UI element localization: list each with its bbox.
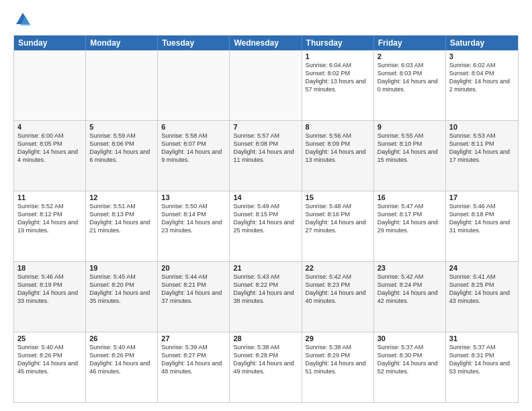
calendar-body: 1Sunrise: 6:04 AM Sunset: 8:02 PM Daylig… [14,50,518,402]
calendar-cell: 14Sunrise: 5:49 AM Sunset: 8:15 PM Dayli… [230,191,302,261]
calendar-header-cell: Thursday [302,36,374,50]
day-info: Sunrise: 6:03 AM Sunset: 8:03 PM Dayligh… [378,61,442,94]
logo [13,11,35,30]
day-number: 2 [378,52,442,60]
day-number: 15 [306,193,370,201]
calendar-cell: 4Sunrise: 6:00 AM Sunset: 8:05 PM Daylig… [14,121,86,191]
calendar-cell: 15Sunrise: 5:48 AM Sunset: 8:16 PM Dayli… [302,191,374,261]
day-number: 23 [378,264,442,272]
day-number: 10 [449,123,515,131]
day-info: Sunrise: 5:55 AM Sunset: 8:10 PM Dayligh… [378,132,442,165]
calendar-row: 25Sunrise: 5:40 AM Sunset: 8:26 PM Dayli… [14,332,518,402]
calendar-cell: 13Sunrise: 5:50 AM Sunset: 8:14 PM Dayli… [158,191,230,261]
day-info: Sunrise: 5:58 AM Sunset: 8:07 PM Dayligh… [161,132,226,165]
calendar-cell: 19Sunrise: 5:45 AM Sunset: 8:20 PM Dayli… [86,262,158,332]
day-info: Sunrise: 5:46 AM Sunset: 8:18 PM Dayligh… [449,202,515,235]
day-info: Sunrise: 5:45 AM Sunset: 8:20 PM Dayligh… [89,273,154,306]
day-info: Sunrise: 5:43 AM Sunset: 8:22 PM Dayligh… [233,273,298,306]
calendar-cell: 29Sunrise: 5:38 AM Sunset: 8:29 PM Dayli… [302,332,374,402]
day-info: Sunrise: 5:44 AM Sunset: 8:21 PM Dayligh… [161,273,226,306]
day-info: Sunrise: 6:04 AM Sunset: 8:02 PM Dayligh… [306,61,370,94]
day-number: 26 [89,334,154,342]
calendar-cell: 16Sunrise: 5:47 AM Sunset: 8:17 PM Dayli… [374,191,446,261]
day-info: Sunrise: 5:38 AM Sunset: 8:28 PM Dayligh… [233,343,298,376]
day-number: 16 [378,193,442,201]
calendar-cell: 17Sunrise: 5:46 AM Sunset: 8:18 PM Dayli… [446,191,518,261]
calendar-cell: 7Sunrise: 5:57 AM Sunset: 8:08 PM Daylig… [230,121,302,191]
calendar-cell: 2Sunrise: 6:03 AM Sunset: 8:03 PM Daylig… [374,50,446,120]
calendar-header: SundayMondayTuesdayWednesdayThursdayFrid… [14,36,518,50]
calendar-cell: 10Sunrise: 5:53 AM Sunset: 8:11 PM Dayli… [446,121,518,191]
day-info: Sunrise: 5:46 AM Sunset: 8:19 PM Dayligh… [17,273,82,306]
day-info: Sunrise: 5:42 AM Sunset: 8:24 PM Dayligh… [378,273,442,306]
day-number: 20 [161,264,226,272]
calendar-cell: 11Sunrise: 5:52 AM Sunset: 8:12 PM Dayli… [14,191,86,261]
calendar-cell [158,50,230,120]
calendar: SundayMondayTuesdayWednesdayThursdayFrid… [13,35,519,403]
day-number: 30 [378,334,442,342]
day-number: 28 [233,334,298,342]
calendar-cell: 18Sunrise: 5:46 AM Sunset: 8:19 PM Dayli… [14,262,86,332]
day-info: Sunrise: 6:00 AM Sunset: 8:05 PM Dayligh… [17,132,82,165]
calendar-cell: 6Sunrise: 5:58 AM Sunset: 8:07 PM Daylig… [158,121,230,191]
day-number: 21 [233,264,298,272]
calendar-cell: 26Sunrise: 5:40 AM Sunset: 8:26 PM Dayli… [86,332,158,402]
calendar-cell: 3Sunrise: 6:02 AM Sunset: 8:04 PM Daylig… [446,50,518,120]
calendar-header-cell: Friday [374,36,446,50]
day-number: 19 [89,264,154,272]
day-info: Sunrise: 5:48 AM Sunset: 8:16 PM Dayligh… [306,202,370,235]
day-number: 22 [306,264,370,272]
day-number: 31 [449,334,515,342]
calendar-cell: 9Sunrise: 5:55 AM Sunset: 8:10 PM Daylig… [374,121,446,191]
day-info: Sunrise: 5:52 AM Sunset: 8:12 PM Dayligh… [17,202,82,235]
calendar-cell: 30Sunrise: 5:37 AM Sunset: 8:30 PM Dayli… [374,332,446,402]
calendar-cell: 27Sunrise: 5:39 AM Sunset: 8:27 PM Dayli… [158,332,230,402]
day-number: 14 [233,193,298,201]
calendar-row: 11Sunrise: 5:52 AM Sunset: 8:12 PM Dayli… [14,191,518,261]
day-info: Sunrise: 6:02 AM Sunset: 8:04 PM Dayligh… [449,61,515,94]
calendar-cell: 23Sunrise: 5:42 AM Sunset: 8:24 PM Dayli… [374,262,446,332]
calendar-header-cell: Monday [86,36,158,50]
day-number: 12 [89,193,154,201]
day-info: Sunrise: 5:51 AM Sunset: 8:13 PM Dayligh… [89,202,154,235]
day-info: Sunrise: 5:40 AM Sunset: 8:26 PM Dayligh… [17,343,82,376]
day-number: 29 [306,334,370,342]
day-info: Sunrise: 5:42 AM Sunset: 8:23 PM Dayligh… [306,273,370,306]
calendar-cell: 21Sunrise: 5:43 AM Sunset: 8:22 PM Dayli… [230,262,302,332]
day-info: Sunrise: 5:47 AM Sunset: 8:17 PM Dayligh… [378,202,442,235]
header [13,11,519,30]
day-number: 5 [89,123,154,131]
day-number: 4 [17,123,82,131]
calendar-row: 18Sunrise: 5:46 AM Sunset: 8:19 PM Dayli… [14,261,518,332]
calendar-cell: 24Sunrise: 5:41 AM Sunset: 8:25 PM Dayli… [446,262,518,332]
calendar-cell [230,50,302,120]
day-info: Sunrise: 5:41 AM Sunset: 8:25 PM Dayligh… [449,273,515,306]
day-info: Sunrise: 5:53 AM Sunset: 8:11 PM Dayligh… [449,132,515,165]
calendar-cell: 31Sunrise: 5:37 AM Sunset: 8:31 PM Dayli… [446,332,518,402]
day-info: Sunrise: 5:40 AM Sunset: 8:26 PM Dayligh… [89,343,154,376]
calendar-cell: 1Sunrise: 6:04 AM Sunset: 8:02 PM Daylig… [302,50,374,120]
day-number: 27 [161,334,226,342]
calendar-cell: 5Sunrise: 5:59 AM Sunset: 8:06 PM Daylig… [86,121,158,191]
day-number: 1 [306,52,370,60]
day-number: 17 [449,193,515,201]
day-number: 7 [233,123,298,131]
day-info: Sunrise: 5:39 AM Sunset: 8:27 PM Dayligh… [161,343,226,376]
calendar-row: 1Sunrise: 6:04 AM Sunset: 8:02 PM Daylig… [14,50,518,120]
calendar-cell: 25Sunrise: 5:40 AM Sunset: 8:26 PM Dayli… [14,332,86,402]
day-info: Sunrise: 5:37 AM Sunset: 8:30 PM Dayligh… [378,343,442,376]
day-number: 25 [17,334,82,342]
day-number: 3 [449,52,515,60]
logo-icon [13,11,32,30]
day-info: Sunrise: 5:50 AM Sunset: 8:14 PM Dayligh… [161,202,226,235]
day-info: Sunrise: 5:59 AM Sunset: 8:06 PM Dayligh… [89,132,154,165]
day-number: 9 [378,123,442,131]
calendar-header-cell: Tuesday [158,36,230,50]
calendar-header-cell: Wednesday [230,36,302,50]
calendar-cell [14,50,86,120]
page: SundayMondayTuesdayWednesdayThursdayFrid… [0,0,532,411]
calendar-header-cell: Saturday [446,36,518,50]
calendar-row: 4Sunrise: 6:00 AM Sunset: 8:05 PM Daylig… [14,120,518,191]
calendar-cell: 28Sunrise: 5:38 AM Sunset: 8:28 PM Dayli… [230,332,302,402]
day-number: 18 [17,264,82,272]
